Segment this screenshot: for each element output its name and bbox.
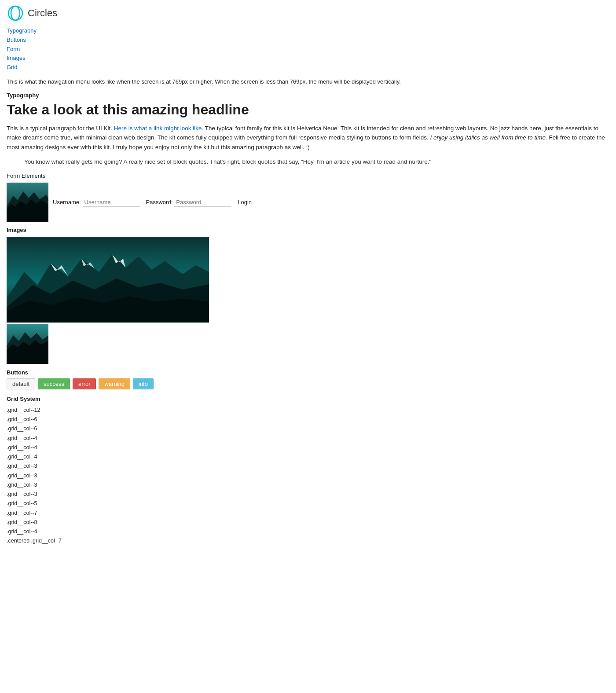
button-warning[interactable]: warning bbox=[99, 378, 130, 389]
typography-section: Typography Take a look at this amazing h… bbox=[7, 92, 609, 166]
button-error[interactable]: error bbox=[73, 378, 96, 389]
grid-item-5: .grid__col--4 bbox=[7, 452, 609, 462]
small-mountain-image bbox=[7, 324, 48, 364]
form-thumbnail-image bbox=[7, 183, 48, 222]
grid-item-1: .grid__col--6 bbox=[7, 415, 609, 424]
logo-area: Circles bbox=[7, 4, 609, 22]
form-section-label: Form Elements bbox=[7, 172, 609, 179]
grid-items: .grid__col--12 .grid__col--6 .grid__col-… bbox=[7, 406, 609, 546]
navigation: Typography Buttons Form Images Grid bbox=[7, 26, 609, 72]
nav-link-images[interactable]: Images bbox=[7, 54, 609, 63]
form-thumbnail bbox=[7, 183, 48, 222]
grid-item-6: .grid__col--3 bbox=[7, 462, 609, 471]
grid-item-13: .grid__col--4 bbox=[7, 527, 609, 536]
grid-item-2: .grid__col--6 bbox=[7, 424, 609, 433]
button-info[interactable]: info bbox=[133, 378, 154, 389]
logo-text: Circles bbox=[28, 7, 57, 19]
username-label: Username: bbox=[53, 199, 81, 205]
password-input[interactable] bbox=[174, 198, 231, 207]
username-input[interactable] bbox=[83, 198, 140, 207]
logo-icon bbox=[7, 4, 24, 22]
typography-label: Typography bbox=[7, 92, 609, 99]
buttons-section-label: Buttons bbox=[7, 369, 609, 376]
italic-text: I enjoy using italics as well from time … bbox=[430, 134, 547, 141]
grid-section-label: Grid System bbox=[7, 396, 609, 402]
images-section-label: Images bbox=[7, 227, 609, 233]
nav-link-typography[interactable]: Typography bbox=[7, 26, 609, 36]
main-mountain-svg bbox=[7, 237, 209, 323]
images-section: Images bbox=[7, 227, 609, 364]
grid-item-7: .grid__col--3 bbox=[7, 471, 609, 480]
button-default[interactable]: default bbox=[7, 378, 35, 389]
small-mountain-svg bbox=[7, 324, 48, 364]
nav-link-form[interactable]: Form bbox=[7, 45, 609, 54]
typography-headline: Take a look at this amazing headline bbox=[7, 101, 609, 118]
button-success[interactable]: success bbox=[38, 378, 70, 389]
buttons-section: Buttons default success error warning in… bbox=[7, 369, 609, 389]
password-label: Password: bbox=[146, 199, 173, 205]
svg-point-1 bbox=[11, 6, 20, 20]
nav-link-grid[interactable]: Grid bbox=[7, 63, 609, 72]
form-fields: Username: Password: Login bbox=[53, 198, 252, 207]
grid-item-12: .grid__col--8 bbox=[7, 518, 609, 527]
grid-item-3: .grid__col--4 bbox=[7, 434, 609, 443]
blockquote: You know what really gets me going? A re… bbox=[24, 158, 609, 166]
grid-item-4: .grid__col--4 bbox=[7, 443, 609, 452]
nav-link-buttons[interactable]: Buttons bbox=[7, 36, 609, 45]
grid-item-8: .grid__col--3 bbox=[7, 480, 609, 490]
login-button[interactable]: Login bbox=[238, 199, 252, 205]
grid-section: Grid System .grid__col--12 .grid__col--6… bbox=[7, 396, 609, 546]
form-area: Username: Password: Login bbox=[7, 183, 609, 222]
nav-description: This is what the navigation menu looks l… bbox=[7, 77, 609, 86]
paragraph-link[interactable]: Here is what a link might look like bbox=[114, 125, 202, 132]
grid-item-14: .centered .grid__col--7 bbox=[7, 536, 609, 546]
form-section: Form Elements Username: Password: bbox=[7, 172, 609, 222]
main-mountain-image bbox=[7, 237, 209, 323]
grid-item-10: .grid__col--5 bbox=[7, 499, 609, 508]
buttons-row: default success error warning info bbox=[7, 378, 609, 389]
grid-item-0: .grid__col--12 bbox=[7, 406, 609, 415]
grid-item-11: .grid__col--7 bbox=[7, 509, 609, 518]
grid-item-9: .grid__col--3 bbox=[7, 490, 609, 499]
typography-paragraph: This is a typical paragraph for the UI K… bbox=[7, 124, 609, 152]
